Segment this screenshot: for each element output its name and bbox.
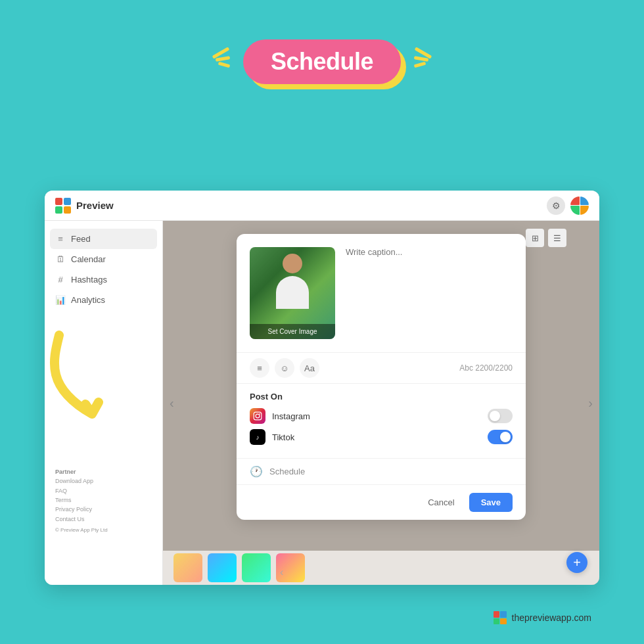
- footer-contact: Contact Us: [55, 515, 152, 524]
- badge-text: Schedule: [271, 48, 373, 76]
- post-on-section: Post On Instagram: [237, 383, 526, 458]
- sidebar-item-label: Analytics: [71, 295, 105, 305]
- thumbnail-1[interactable]: [173, 553, 202, 582]
- thumbnail-3[interactable]: [242, 553, 271, 582]
- tiktok-label: Tiktok: [272, 432, 488, 442]
- feed-icon: ≡: [55, 234, 66, 244]
- fab-add-button[interactable]: +: [566, 552, 587, 573]
- post-image: Set Cover Image: [250, 247, 335, 339]
- brand-sq2: [500, 611, 507, 618]
- sidebar-item-feed[interactable]: ≡ Feed: [50, 229, 157, 249]
- bottom-thumbnails: [163, 551, 599, 585]
- person-figure: [273, 254, 312, 319]
- analytics-icon: 📊: [55, 295, 66, 305]
- svg-point-2: [259, 413, 260, 415]
- align-button[interactable]: ≡: [250, 358, 269, 378]
- modal-toolbar: ≡ ☺ Aa Abc 2200/2200: [237, 352, 526, 383]
- person-head: [283, 254, 302, 273]
- schedule-badge: Schedule: [243, 39, 401, 84]
- badge-area: Schedule: [0, 0, 644, 84]
- svg-rect-0: [254, 412, 262, 420]
- footer-download: Download App: [55, 476, 152, 486]
- grid-view-button[interactable]: ⊞: [526, 229, 544, 247]
- footer-partner: Partner: [55, 467, 152, 476]
- app-title: Preview: [76, 200, 114, 211]
- sidebar-item-analytics[interactable]: 📊 Analytics: [45, 290, 162, 310]
- sidebar-item-calendar[interactable]: 🗓 Calendar: [45, 249, 162, 269]
- logo-sq1: [55, 198, 62, 205]
- calendar-icon: 🗓: [55, 254, 66, 264]
- hashtag-icon: #: [55, 275, 66, 285]
- view-toggles: ⊞ ☰: [526, 229, 566, 247]
- next-arrow[interactable]: ›: [588, 396, 593, 411]
- avatar[interactable]: [570, 196, 589, 215]
- svg-point-1: [256, 414, 260, 418]
- bottom-branding: thepreviewapp.com: [494, 611, 591, 624]
- char-count: Abc 2200/2200: [459, 363, 513, 373]
- cancel-button[interactable]: Cancel: [420, 494, 462, 511]
- main-content: ‹ › ⊞ ☰ Set Cover Image: [163, 221, 599, 585]
- list-view-button[interactable]: ☰: [548, 229, 566, 247]
- person-body: [276, 276, 309, 309]
- sidebar-item-label: Calendar: [71, 254, 106, 264]
- cover-image-label[interactable]: Set Cover Image: [250, 324, 335, 339]
- brand-logo: [494, 611, 507, 624]
- sidebar-item-label: Feed: [71, 234, 91, 244]
- schedule-row[interactable]: 🕐 Schedule: [237, 458, 526, 484]
- logo-sq4: [64, 206, 71, 214]
- sidebar-item-hashtags[interactable]: # Hashtags: [45, 269, 162, 290]
- caption-area: [346, 247, 513, 339]
- footer-privacy: Privacy Policy: [55, 505, 152, 514]
- save-button[interactable]: Save: [469, 493, 513, 512]
- emoji-button[interactable]: ☺: [275, 358, 294, 378]
- app-header: Preview ⚙: [45, 191, 599, 221]
- logo-icon: [55, 198, 71, 214]
- logo-sq2: [64, 198, 71, 205]
- brand-sq3: [494, 618, 500, 625]
- sidebar-footer: Partner Download App FAQ Terms Privacy P…: [45, 462, 163, 540]
- schedule-label: Schedule: [269, 467, 305, 476]
- post-modal: Set Cover Image ≡ ☺ Aa Abc 2200/2200 Pos…: [237, 234, 526, 520]
- tiktok-icon: ♪: [250, 429, 265, 445]
- text-button[interactable]: Aa: [300, 358, 319, 378]
- footer-faq: FAQ: [55, 486, 152, 495]
- tiktok-row: ♪ Tiktok: [250, 429, 513, 445]
- footer-copyright: © Preview App Pty Ltd: [55, 526, 152, 535]
- brand-sq4: [500, 618, 507, 625]
- brand-text: thepreviewapp.com: [512, 612, 591, 623]
- sparkle-left: [212, 51, 230, 66]
- instagram-toggle[interactable]: [488, 409, 513, 423]
- sparkle-line: [218, 61, 231, 67]
- footer-terms: Terms: [55, 495, 152, 505]
- app-logo: Preview: [55, 198, 114, 214]
- post-on-label: Post On: [250, 392, 513, 402]
- logo-sq3: [55, 206, 62, 214]
- caption-input[interactable]: [346, 247, 513, 339]
- gear-icon[interactable]: ⚙: [547, 196, 565, 215]
- yellow-arrow: [39, 322, 184, 430]
- clock-icon: 🕐: [250, 465, 263, 478]
- brand-sq1: [494, 611, 500, 618]
- sparkle-line: [414, 61, 426, 67]
- instagram-row: Instagram: [250, 408, 513, 424]
- instagram-label: Instagram: [272, 411, 488, 421]
- tiktok-toggle[interactable]: [488, 430, 513, 444]
- sidebar-collapse-icon[interactable]: ‹: [280, 566, 283, 578]
- modal-footer: Cancel Save: [237, 484, 526, 520]
- sparkle-right: [414, 51, 432, 66]
- modal-top: Set Cover Image: [237, 234, 526, 352]
- thumbnail-2[interactable]: [208, 553, 237, 582]
- sidebar-item-label: Hashtags: [71, 275, 107, 285]
- instagram-icon: [250, 408, 265, 424]
- badge-main: Schedule: [243, 39, 401, 84]
